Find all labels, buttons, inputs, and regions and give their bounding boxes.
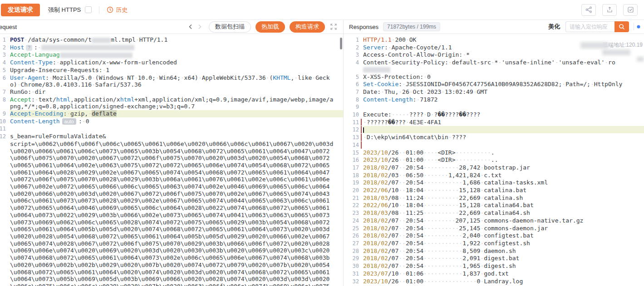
history-button[interactable]: 历史 <box>107 6 128 14</box>
code-line: 10Content-Lengthauto:·0 <box>0 118 343 126</box>
code-line: 13·D:\ekp\win64\tomcat\bin·???? <box>344 134 644 141</box>
code-text: 2018/02 <box>363 179 388 186</box>
line-number: 32 <box>344 278 359 286</box>
code-line: 8Content-Length:·71872 <box>344 96 644 104</box>
code-line: 302018/02/07··20:54···········1,965·dige… <box>344 262 644 270</box>
code-text: /07··20:54···········1,965·digest.sh <box>388 262 516 269</box>
tab-responses[interactable]: Responses <box>349 24 379 30</box>
code-line: 7RunGo:·dir <box>0 88 343 96</box>
line-number: 26 <box>344 232 359 240</box>
line-number: 31 <box>344 270 359 278</box>
code-line: 292018/02/07··20:54···········2,091·dige… <box>344 255 644 262</box>
code-line: 202022/06/10··18:04··········15,128·cata… <box>344 187 644 194</box>
code-line: 3Access-Control-Allow-Origin:·* <box>344 51 644 59</box>
send-request-button[interactable]: 发送请求 <box>1 4 40 16</box>
line-number: 16 <box>344 156 359 164</box>
code-text: ·??????��???·4E3E-4FA1 <box>363 119 441 126</box>
code-line: 312023/07/10··01:06···········1,837·god.… <box>344 270 644 278</box>
line-number <box>0 141 6 141</box>
code-text: /07··20:54··········25,145·commons-daemo… <box>388 225 548 232</box>
code-text: Accept-Languag <box>10 51 60 58</box>
masked-text <box>60 53 133 58</box>
code-text: 2022/06 <box>363 187 388 194</box>
select-check-button[interactable] <box>623 4 638 16</box>
code-text: /26··01:00····<DIR>··········.. <box>388 156 498 163</box>
line-number: 30 <box>344 262 359 270</box>
line-number: 20 <box>344 187 359 194</box>
code-text: ,application/x <box>70 96 120 103</box>
line-number: 8 <box>344 96 359 104</box>
hot-reload-button[interactable]: 热加载 <box>256 21 285 33</box>
remote-address-label: 远端地址:120.19 <box>603 41 643 49</box>
line-number: 19 <box>344 179 359 187</box>
code-line: 6User-Agent:·Mozilla/5.0·(Windows·NT·10.… <box>0 74 343 88</box>
export-button[interactable] <box>602 4 617 16</box>
request-panel-title: Request <box>0 24 17 30</box>
code-text: ·/data/sys-common/t <box>24 36 92 43</box>
expand-icon[interactable] <box>330 24 337 30</box>
forward-arrow-icon[interactable] <box>195 22 204 31</box>
share-icon <box>585 6 592 13</box>
code-text: POST <box>10 36 24 43</box>
code-text: html <box>56 96 70 103</box>
code-text: 2018/02 <box>363 262 388 269</box>
code-line: 182018/02/03··06:50·······1,421,824·c.tx… <box>344 172 644 179</box>
line-number: 18 <box>344 172 359 179</box>
code-text: 2023/10 <box>363 278 388 285</box>
line-number: 3 <box>344 51 359 59</box>
code-text: :·0 <box>79 118 89 125</box>
line-number: 5 <box>344 73 359 81</box>
line-number: 27 <box>344 240 359 247</box>
search-icon <box>619 24 625 30</box>
code-text: 2023/07 <box>363 270 388 277</box>
code-text: Server <box>363 44 384 51</box>
line-number: 12 <box>344 126 359 134</box>
code-text: 2018/02 <box>363 164 388 171</box>
line-number: 1 <box>0 36 6 44</box>
code-text: 2022/06 <box>363 202 388 208</box>
masked-text <box>41 45 134 50</box>
line-number: 1 <box>344 36 359 44</box>
line-number: 9 <box>344 103 359 111</box>
code-text: Execute:·····????·D·?��????��???? <box>363 111 480 118</box>
code-text: 2018/02 <box>363 225 388 232</box>
response-search-button[interactable] <box>615 21 629 32</box>
code-text: 2018/02 <box>363 255 388 262</box>
back-arrow-icon[interactable] <box>186 22 195 31</box>
line-number: 15 <box>344 149 359 157</box>
request-scrollbar[interactable] <box>340 38 342 49</box>
response-search-input[interactable] <box>565 21 615 32</box>
line-number: 6 <box>344 81 359 88</box>
line-number: 10 <box>344 111 359 119</box>
response-panel: Responses 71872bytes / 199ms 美化 <box>344 20 644 286</box>
beautify-button[interactable]: 美化 <box>548 23 560 31</box>
code-text: KHTML <box>273 74 290 81</box>
top-toolbar: 发送请求 强制 HTTPS 历史 <box>0 0 644 20</box>
code-line: 262018/02/07··20:54···········2,040·conf… <box>344 232 644 240</box>
force-https-label: 强制 HTTPS <box>48 6 81 14</box>
code-text: /07··20:54···········1,922·configtest.sh <box>388 240 530 247</box>
line-number: 2 <box>344 44 359 52</box>
code-text: 2018/02 <box>363 172 388 179</box>
request-header: Request 数据包扫描 热加载 构造请求 <box>0 20 343 34</box>
clock-icon <box>107 6 113 13</box>
line-number: 11 <box>0 125 6 133</box>
code-text: /07··20:54···········8,509·daemon.sh <box>388 247 516 254</box>
force-https-checkbox[interactable] <box>85 6 92 13</box>
request-editor[interactable]: 1POST·/data/sys-common/tml.tmpl·HTTP/1.1… <box>0 34 343 286</box>
line-number: 7 <box>344 88 359 96</box>
code-text: html <box>120 96 134 103</box>
code-text: ·200·OK <box>392 36 417 43</box>
code-line: 172018/02/07··20:54··········28,742·boot… <box>344 164 644 172</box>
line-number: 6 <box>0 74 6 82</box>
masked-region <box>637 57 644 62</box>
code-line: 8Accept:·text/html,application/xhtml+xml… <box>0 96 343 110</box>
share-button[interactable] <box>581 4 596 16</box>
code-text: /07··20:54···········1,686·catalina-task… <box>388 179 548 186</box>
response-editor[interactable]: 远端地址:120.19 1HTTP/1.1·200·OK2Server:·Apa… <box>344 34 644 286</box>
line-number: 4 <box>0 59 6 67</box>
packet-scan-button[interactable]: 数据包扫描 <box>209 21 251 33</box>
code-line: 5X-XSS-Protection:·0 <box>344 73 644 81</box>
code-text: :·application/x-www-form-urlencoded <box>53 59 177 66</box>
build-request-button[interactable]: 构造请求 <box>290 21 325 33</box>
